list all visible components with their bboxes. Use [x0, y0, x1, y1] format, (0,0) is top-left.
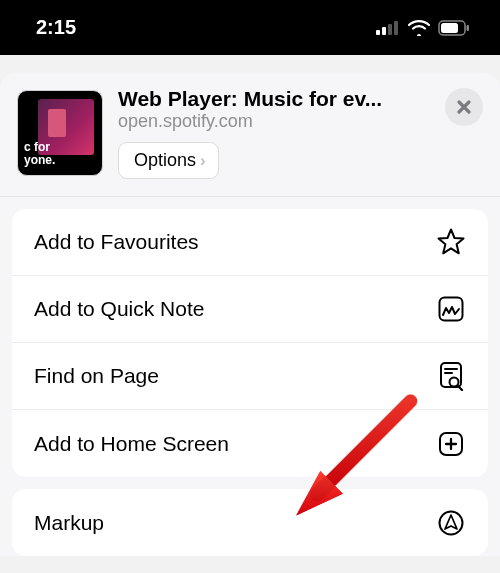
star-icon [436, 227, 466, 257]
wifi-icon [408, 20, 430, 36]
options-label: Options [134, 150, 196, 171]
action-label: Add to Favourites [34, 230, 199, 254]
thumbnail-caption: c for yone. [24, 141, 55, 167]
svg-rect-3 [394, 21, 398, 35]
action-find-on-page[interactable]: Find on Page [12, 343, 488, 410]
options-button[interactable]: Options › [118, 142, 219, 179]
action-markup[interactable]: Markup [12, 489, 488, 556]
svg-rect-5 [441, 23, 458, 33]
share-sheet: c for yone. Web Player: Music for ev... … [0, 73, 500, 556]
quick-note-icon [436, 294, 466, 324]
page-thumbnail: c for yone. [17, 90, 103, 176]
status-time: 2:15 [36, 16, 76, 39]
chevron-right-icon: › [200, 151, 206, 171]
actions-group-1: Add to Favourites Add to Quick Note Find… [12, 209, 488, 477]
action-label: Add to Home Screen [34, 432, 229, 456]
markup-icon [436, 508, 466, 538]
action-label: Add to Quick Note [34, 297, 204, 321]
svg-rect-6 [467, 25, 470, 31]
add-to-home-icon [436, 429, 466, 459]
actions-group-2: Markup [12, 489, 488, 556]
action-add-to-favourites[interactable]: Add to Favourites [12, 209, 488, 276]
status-right [376, 20, 470, 36]
action-add-to-home-screen[interactable]: Add to Home Screen [12, 410, 488, 477]
svg-rect-2 [388, 24, 392, 35]
close-icon [455, 98, 473, 116]
action-add-to-quick-note[interactable]: Add to Quick Note [12, 276, 488, 343]
close-button[interactable] [445, 88, 483, 126]
battery-icon [438, 20, 470, 36]
svg-line-12 [458, 386, 463, 391]
signal-icon [376, 21, 400, 35]
find-on-page-icon [436, 361, 466, 391]
page-url: open.spotify.com [118, 111, 430, 132]
page-title: Web Player: Music for ev... [118, 87, 430, 111]
action-label: Markup [34, 511, 104, 535]
svg-rect-0 [376, 30, 380, 35]
sheet-title-block: Web Player: Music for ev... open.spotify… [118, 90, 430, 179]
status-bar: 2:15 [0, 0, 500, 55]
action-label: Find on Page [34, 364, 159, 388]
svg-rect-1 [382, 27, 386, 35]
sheet-header: c for yone. Web Player: Music for ev... … [0, 73, 500, 197]
